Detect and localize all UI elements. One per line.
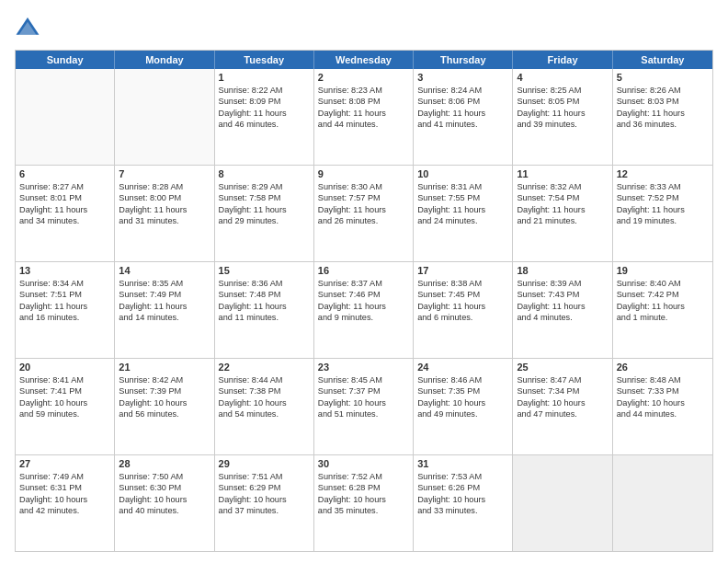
day-number: 9	[318, 168, 409, 179]
cell-info-line: Sunset: 7:41 PM	[19, 385, 110, 396]
header-day-saturday: Saturday	[613, 51, 712, 69]
header-day-friday: Friday	[513, 51, 612, 69]
cell-info-line: Daylight: 11 hours	[19, 204, 110, 215]
day-number: 1	[219, 72, 310, 83]
cell-info-line: Sunrise: 8:42 AM	[119, 374, 210, 385]
cell-info-line: Sunrise: 8:34 AM	[19, 278, 110, 289]
day-number: 18	[517, 265, 608, 276]
cell-info-line: and 21 minutes.	[517, 215, 608, 226]
cell-info-line: Sunset: 8:09 PM	[219, 96, 310, 107]
cell-info-line: Sunrise: 8:22 AM	[219, 85, 310, 96]
cell-info-line: Daylight: 10 hours	[417, 494, 508, 505]
cell-info-line: Sunset: 8:08 PM	[318, 96, 409, 107]
cell-info-line: and 37 minutes.	[219, 505, 310, 516]
day-number: 31	[417, 458, 508, 469]
calendar-cell: 19Sunrise: 8:40 AMSunset: 7:42 PMDayligh…	[613, 262, 712, 358]
cell-info-line: Daylight: 10 hours	[318, 494, 409, 505]
cell-info-line: Daylight: 11 hours	[318, 108, 409, 119]
cell-info-line: Daylight: 11 hours	[219, 301, 310, 312]
cell-info-line: Sunrise: 8:27 AM	[19, 181, 110, 192]
cell-info-line: and 42 minutes.	[19, 505, 110, 516]
calendar-cell: 7Sunrise: 8:28 AMSunset: 8:00 PMDaylight…	[115, 166, 214, 261]
cell-info-line: Sunset: 7:54 PM	[517, 192, 608, 203]
cell-info-line: Sunrise: 8:35 AM	[119, 278, 210, 289]
logo	[15, 15, 44, 40]
cell-info-line: and 44 minutes.	[318, 119, 409, 130]
cell-info-line: Sunrise: 8:48 AM	[617, 374, 709, 385]
cell-info-line: Sunrise: 8:44 AM	[219, 374, 310, 385]
day-number: 24	[417, 362, 508, 373]
calendar-cell	[513, 455, 612, 551]
day-number: 27	[19, 458, 110, 469]
cell-info-line: and 14 minutes.	[119, 312, 210, 323]
header-day-thursday: Thursday	[414, 51, 513, 69]
calendar-cell: 5Sunrise: 8:26 AMSunset: 8:03 PMDaylight…	[613, 69, 712, 165]
cell-info-line: and 41 minutes.	[417, 119, 508, 130]
day-number: 4	[517, 72, 608, 83]
calendar: SundayMondayTuesdayWednesdayThursdayFrid…	[15, 50, 713, 552]
calendar-body: 1Sunrise: 8:22 AMSunset: 8:09 PMDaylight…	[16, 69, 712, 551]
calendar-cell: 17Sunrise: 8:38 AMSunset: 7:45 PMDayligh…	[414, 262, 513, 358]
cell-info-line: Sunrise: 8:45 AM	[318, 374, 409, 385]
cell-info-line: and 33 minutes.	[417, 505, 508, 516]
day-number: 25	[517, 362, 608, 373]
cell-info-line: and 39 minutes.	[517, 119, 608, 130]
cell-info-line: and 29 minutes.	[219, 215, 310, 226]
calendar-cell: 9Sunrise: 8:30 AMSunset: 7:57 PMDaylight…	[314, 166, 414, 261]
cell-info-line: and 19 minutes.	[617, 215, 709, 226]
calendar-cell: 3Sunrise: 8:24 AMSunset: 8:06 PMDaylight…	[414, 69, 513, 165]
cell-info-line: Daylight: 11 hours	[517, 108, 608, 119]
cell-info-line: Daylight: 11 hours	[119, 301, 210, 312]
day-number: 10	[417, 168, 508, 179]
calendar-cell: 26Sunrise: 8:48 AMSunset: 7:33 PMDayligh…	[613, 359, 712, 454]
cell-info-line: Sunset: 7:43 PM	[517, 289, 608, 300]
cell-info-line: Sunrise: 8:39 AM	[517, 278, 608, 289]
cell-info-line: Sunset: 7:45 PM	[417, 289, 508, 300]
cell-info-line: and 49 minutes.	[417, 408, 508, 419]
cell-info-line: Sunrise: 8:38 AM	[417, 278, 508, 289]
cell-info-line: Sunset: 7:55 PM	[417, 192, 508, 203]
day-number: 7	[119, 168, 210, 179]
cell-info-line: Daylight: 10 hours	[417, 397, 508, 408]
cell-info-line: Sunset: 7:39 PM	[119, 385, 210, 396]
cell-info-line: Sunrise: 8:41 AM	[19, 374, 110, 385]
cell-info-line: Sunrise: 8:47 AM	[517, 374, 608, 385]
calendar-cell: 14Sunrise: 8:35 AMSunset: 7:49 PMDayligh…	[115, 262, 214, 358]
calendar-cell: 4Sunrise: 8:25 AMSunset: 8:05 PMDaylight…	[513, 69, 612, 165]
day-number: 11	[517, 168, 608, 179]
calendar-cell	[16, 69, 115, 165]
cell-info-line: and 11 minutes.	[219, 312, 310, 323]
calendar-cell: 27Sunrise: 7:49 AMSunset: 6:31 PMDayligh…	[16, 455, 115, 551]
calendar-cell: 28Sunrise: 7:50 AMSunset: 6:30 PMDayligh…	[115, 455, 214, 551]
day-number: 19	[617, 265, 709, 276]
cell-info-line: Daylight: 11 hours	[219, 108, 310, 119]
calendar-cell: 6Sunrise: 8:27 AMSunset: 8:01 PMDaylight…	[16, 166, 115, 261]
cell-info-line: Daylight: 10 hours	[119, 397, 210, 408]
cell-info-line: Sunset: 7:42 PM	[617, 289, 709, 300]
cell-info-line: Daylight: 11 hours	[318, 301, 409, 312]
day-number: 6	[19, 168, 110, 179]
cell-info-line: and 31 minutes.	[119, 215, 210, 226]
cell-info-line: Sunset: 7:34 PM	[517, 385, 608, 396]
cell-info-line: Daylight: 11 hours	[417, 301, 508, 312]
cell-info-line: Sunrise: 8:23 AM	[318, 85, 409, 96]
page: SundayMondayTuesdayWednesdayThursdayFrid…	[0, 0, 728, 563]
header-day-wednesday: Wednesday	[314, 51, 414, 69]
cell-info-line: and 36 minutes.	[617, 119, 709, 130]
cell-info-line: Sunrise: 7:52 AM	[318, 471, 409, 482]
cell-info-line: Sunrise: 8:30 AM	[318, 181, 409, 192]
cell-info-line: and 16 minutes.	[19, 312, 110, 323]
calendar-cell: 10Sunrise: 8:31 AMSunset: 7:55 PMDayligh…	[414, 166, 513, 261]
cell-info-line: Sunrise: 7:51 AM	[219, 471, 310, 482]
cell-info-line: Daylight: 10 hours	[19, 494, 110, 505]
cell-info-line: Daylight: 11 hours	[517, 204, 608, 215]
cell-info-line: Sunset: 8:01 PM	[19, 192, 110, 203]
day-number: 2	[318, 72, 409, 83]
cell-info-line: and 44 minutes.	[617, 408, 709, 419]
day-number: 16	[318, 265, 409, 276]
cell-info-line: Sunset: 8:05 PM	[517, 96, 608, 107]
cell-info-line: Daylight: 11 hours	[417, 204, 508, 215]
cell-info-line: Sunset: 7:33 PM	[617, 385, 709, 396]
cell-info-line: Daylight: 10 hours	[119, 494, 210, 505]
cell-info-line: Daylight: 11 hours	[517, 301, 608, 312]
